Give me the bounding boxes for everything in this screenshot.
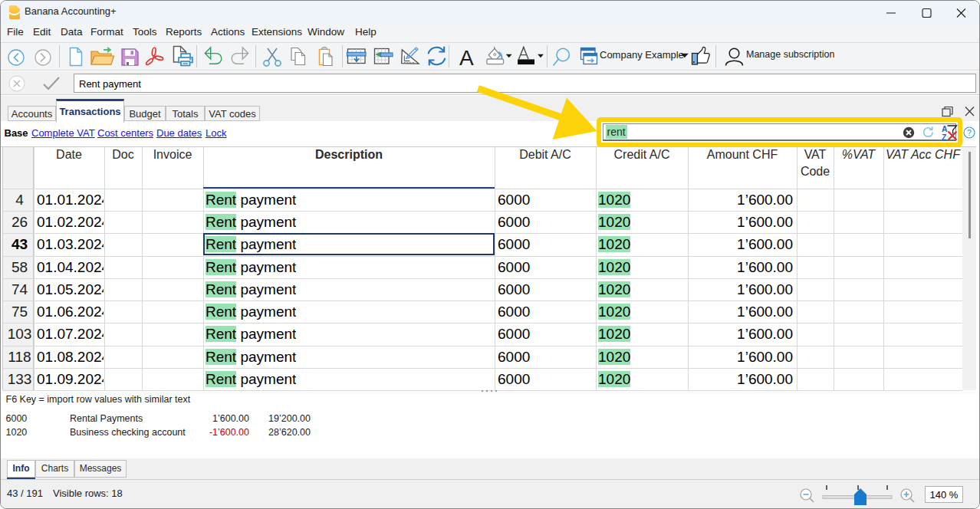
svg-text:?: ?	[967, 128, 972, 137]
svg-text:Z: Z	[942, 133, 947, 142]
